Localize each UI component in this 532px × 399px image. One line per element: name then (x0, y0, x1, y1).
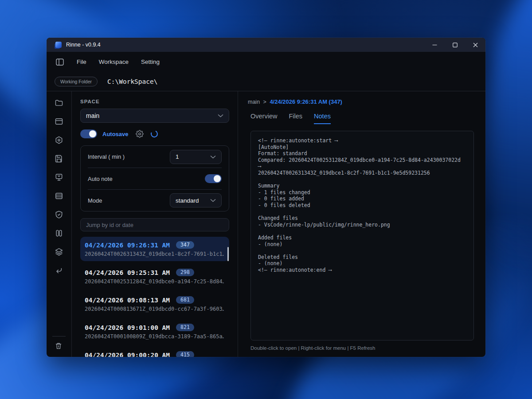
jump-search-input[interactable] (80, 218, 229, 231)
breadcrumb: main > 4/24/2026 9:26:31 AM (347) (248, 98, 474, 105)
app-window: Rinne - v0.9.4 File Workspac (47, 38, 485, 357)
sidebar-toggle-icon[interactable] (55, 58, 64, 66)
display-share-icon[interactable] (55, 173, 63, 182)
layers-icon[interactable] (55, 247, 63, 256)
mode-select[interactable]: standard (170, 193, 222, 207)
snapshot-date: 04/24/2026 09:01:00 AM (85, 324, 170, 331)
notes-content: <!— rinne:autonote:start ⟶ [AutoNote] Fo… (251, 131, 473, 279)
chevron-down-icon (210, 155, 216, 159)
trash-icon[interactable] (55, 342, 63, 351)
menu-workspace[interactable]: Workspace (99, 59, 129, 65)
tab-overview[interactable]: Overview (250, 113, 277, 124)
breadcrumb-separator: > (263, 99, 266, 105)
snapshot-count-badge: 821 (176, 324, 194, 331)
auto-note-row: Auto note (88, 168, 222, 189)
snapshot-count-badge: 415 (176, 351, 194, 357)
snapshot-row[interactable]: 04/24/2026 09:01:00 AM 821 20260424T0001… (80, 319, 229, 344)
snapshot-id: 20260424T000813671Z_019dbcd0-cc67-7a3f-9… (85, 306, 224, 312)
server-icon[interactable] (55, 192, 63, 200)
snapshot-count-badge: 347 (176, 241, 194, 249)
titlebar[interactable]: Rinne - v0.9.4 (47, 38, 485, 52)
snapshot-count-badge: 681 (176, 296, 194, 304)
pause-icon[interactable] (55, 229, 63, 238)
snapshot-date: 04/24/2026 09:08:13 AM (85, 297, 170, 304)
interval-row: Interval ( min ) 1 (88, 146, 222, 168)
menu-setting[interactable]: Setting (141, 59, 160, 65)
chevron-down-icon (218, 114, 223, 117)
tab-notes[interactable]: Notes (314, 113, 331, 124)
snapshot-id: 20260424T002631343Z_019dbce1-8c2f-7691-b… (85, 251, 224, 257)
minimize-button[interactable] (424, 38, 445, 52)
maximize-button[interactable] (445, 38, 465, 52)
working-folder-path: C:\WorkSpace\ (107, 78, 158, 85)
mode-value: standard (176, 197, 199, 204)
app-icon (55, 42, 62, 48)
breadcrumb-current: 4/24/2026 9:26:31 AM (347) (270, 98, 342, 105)
window-title: Rinne - v0.9.4 (66, 42, 101, 48)
shield-check-icon[interactable] (55, 210, 63, 219)
return-arrow-icon[interactable] (55, 266, 63, 275)
interval-value: 1 (176, 153, 179, 160)
close-button[interactable] (465, 38, 485, 52)
chevron-down-icon (210, 199, 216, 202)
mode-label: Mode (88, 197, 102, 204)
mode-row: Mode standard (88, 189, 222, 211)
menu-file[interactable]: File (77, 59, 86, 65)
gear-icon[interactable] (136, 130, 144, 138)
detail-panel: main > 4/24/2026 9:26:31 AM (347) Overvi… (238, 91, 485, 357)
auto-note-label: Auto note (88, 176, 113, 182)
snapshot-id: 20260424T002531284Z_019dbce0-a194-7c25-8… (85, 278, 224, 285)
snapshot-list[interactable]: 04/24/2026 09:26:31 AM 347 20260424T0026… (80, 237, 229, 357)
menubar: File Workspace Setting (47, 52, 485, 72)
breadcrumb-space[interactable]: main (248, 99, 260, 105)
footer-hint: Double-click to open | Right-click for m… (250, 345, 474, 351)
working-folder-bar: Working Folder C:\WorkSpace\ (47, 72, 485, 91)
snapshot-count-badge: 298 (176, 269, 194, 276)
snapshot-date: 04/24/2026 09:00:20 AM (85, 352, 170, 357)
snapshot-row[interactable]: 04/24/2026 09:26:31 AM 347 20260424T0026… (80, 237, 229, 261)
desktop-wallpaper: Rinne - v0.9.4 File Workspac (0, 0, 532, 399)
space-panel: SPACE main Autosave (72, 91, 238, 357)
save-icon[interactable] (55, 154, 63, 163)
auto-note-toggle[interactable] (205, 174, 222, 183)
autosave-settings-card: Interval ( min ) 1 Auto note Mod (80, 145, 229, 211)
list-scrollbar-thumb[interactable] (227, 247, 229, 261)
working-folder-badge: Working Folder (55, 77, 98, 86)
space-select-value: main (86, 112, 99, 119)
space-header: SPACE (80, 99, 229, 104)
snapshot-id: 20260424T000100809Z_019dbcca-3189-7aa5-8… (85, 333, 224, 340)
snapshot-row[interactable]: 04/24/2026 09:08:13 AM 681 20260424T0008… (80, 292, 229, 316)
notes-card: <!— rinne:autonote:start ⟶ [AutoNote] Fo… (250, 131, 474, 340)
interval-label: Interval ( min ) (88, 153, 125, 160)
icon-rail (47, 91, 72, 357)
snapshot-date: 04/24/2026 09:26:31 AM (85, 242, 170, 249)
folder-icon[interactable] (55, 98, 63, 107)
detail-tabs: Overview Files Notes (250, 113, 474, 124)
snapshot-row[interactable]: 04/24/2026 09:00:20 AM 415 (80, 347, 229, 357)
refresh-spinner-icon[interactable] (149, 129, 159, 139)
autosave-row: Autosave (80, 129, 229, 138)
autosave-label: Autosave (102, 131, 129, 137)
interval-select[interactable]: 1 (170, 150, 222, 164)
space-select[interactable]: main (80, 109, 229, 123)
autosave-toggle[interactable] (80, 129, 97, 138)
tab-files[interactable]: Files (289, 113, 302, 124)
hexagon-nut-icon[interactable] (55, 136, 63, 145)
rail-divider (52, 336, 66, 336)
snapshot-date: 04/24/2026 09:25:31 AM (85, 269, 170, 276)
snapshot-row[interactable]: 04/24/2026 09:25:31 AM 298 20260424T0025… (80, 264, 229, 289)
browser-window-icon[interactable] (55, 117, 63, 126)
